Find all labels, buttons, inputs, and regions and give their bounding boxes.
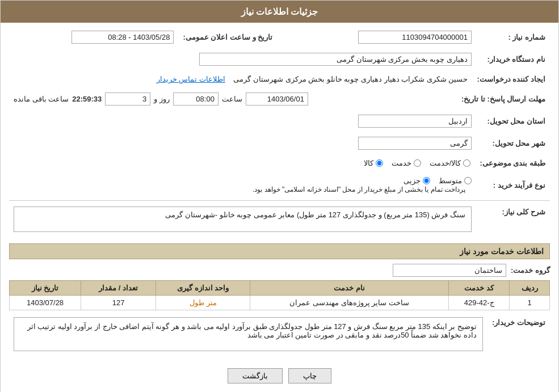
category-option-kala[interactable]: کالا [364,159,383,167]
cell-name: ساخت سایر پروژه‌های مهندسی عمران [250,296,449,310]
buyer-org-row: نام دستگاه خریدار: دهیاری چوبه بخش مرکزی… [9,50,550,68]
cell-qty: 127 [81,296,156,310]
print-button[interactable]: چاپ [288,368,331,383]
buyer-comment-label: توضیحات خریدار: [487,315,550,358]
process-note: پرداخت تمام یا بخشی از مبلغ خریدار از مح… [253,186,465,193]
category-label: طبقه بندی موضوعی: [475,157,550,170]
page-header: جزئیات اطلاعات نیاز [1,1,558,23]
response-deadline-label: مهلت ارسال پاسخ: تا تاریخ: [457,90,550,108]
city-row: شهر محل تحویل: گرمی [9,134,550,152]
col-header-name: نام خدمت [250,281,449,296]
buyer-comment-value: توضیح بر اینکه 135 متر مربع سنگ فرش و 12… [14,317,483,351]
creator-value: حسین شکری شکراب دهیار دهیاری چوبه خانلو … [233,75,468,83]
back-button[interactable]: بازگشت [228,368,283,383]
city-value: گرمی [358,137,472,150]
buttons-row: چاپ بازگشت [9,363,550,389]
col-header-date: تاریخ نیاز [10,281,81,296]
buyer-org-value: دهیاری چوبه بخش مرکزی شهرستان گرمی [199,53,472,66]
response-days-label: روز و [154,95,170,103]
need-number-value: 1103094704000001 [358,31,472,44]
province-row: استان محل تحویل: اردبیل [9,112,550,130]
process-label: نوع فرآیند خرید : [476,174,550,196]
col-header-code: کد خدمت [448,281,509,296]
category-row: طبقه بندی موضوعی: کالا/خدمت خدمت کالا [9,157,550,170]
creator-row: ایجاد کننده درخواست: حسین شکری شکراب دهی… [9,73,550,86]
process-option-jozii[interactable]: جزیی [404,176,430,185]
col-header-row: ردیف [510,281,550,296]
cell-row: 1 [510,296,550,310]
buyer-comment-row: توضیحات خریدار: توضیح بر اینکه 135 متر م… [9,315,550,358]
province-value: اردبیل [358,115,472,128]
date-value: 1403/05/28 - 08:28 [72,31,174,44]
response-time: 08:00 [173,92,218,106]
response-remaining-label: ساعت باقی مانده [14,95,69,103]
page-title: جزئیات اطلاعات نیاز [241,7,318,16]
description-value: سنگ فرش (135 متر مربع) و جدولگذاری 127 م… [14,206,472,232]
service-group-row: گروه خدمت: ساختمان [9,264,550,277]
service-group-label: گروه خدمت: [511,266,550,275]
need-number-row: شماره نیاز : 1103094704000001 تاریخ و سا… [9,28,550,46]
cell-unit: متر طول [156,296,250,310]
page-container: جزئیات اطلاعات نیاز شماره نیاز : 1103094… [0,0,559,392]
response-time-label: ساعت [222,95,242,103]
cell-date: 1403/07/28 [10,296,81,310]
creator-label: ایجاد کننده درخواست: [472,73,550,86]
process-option-motavasset[interactable]: متوسط [439,176,472,185]
col-header-qty: تعداد / مقدار [81,281,156,296]
table-row: 1ج-42-429ساخت سایر پروژه‌های مهندسی عمرا… [10,296,550,310]
response-deadline-row: مهلت ارسال پاسخ: تا تاریخ: 1403/06/01 سا… [9,90,550,108]
description-label: شرح کلی نیاز: [476,204,550,239]
response-days: 3 [105,92,150,106]
response-remaining-value: 22:59:33 [72,95,102,103]
process-radio-group: متوسط جزیی [14,176,472,185]
description-row: شرح کلی نیاز: سنگ فرش (135 متر مربع) و ج… [9,204,550,239]
services-section-title: اطلاعات خدمات مورد نیاز [9,243,550,259]
city-label: شهر محل تحویل: [476,134,550,152]
cell-code: ج-42-429 [448,296,509,310]
category-option-khedmat[interactable]: خدمت [392,159,421,167]
separator-1 [9,200,550,201]
date-label: تاریخ و ساعت اعلان عمومی: [178,28,289,46]
main-content: شماره نیاز : 1103094704000001 تاریخ و سا… [1,23,558,392]
services-table: ردیف کد خدمت نام خدمت واحد اندازه گیری ت… [9,280,550,310]
col-header-unit: واحد اندازه گیری [156,281,250,296]
category-radio-group: کالا/خدمت خدمت کالا [14,159,470,167]
response-date: 1403/06/01 [246,92,308,106]
contact-link[interactable]: اطلاعات تماس خریدار [157,75,225,83]
process-row: نوع فرآیند خرید : متوسط جزیی پرداخت تمام… [9,174,550,196]
category-option-kala-khedmat[interactable]: کالا/خدمت [430,159,471,167]
need-number-label: شماره نیاز : [476,28,550,46]
buyer-org-label: نام دستگاه خریدار: [476,50,550,68]
service-group-value: ساختمان [393,264,506,277]
province-label: استان محل تحویل: [476,112,550,130]
